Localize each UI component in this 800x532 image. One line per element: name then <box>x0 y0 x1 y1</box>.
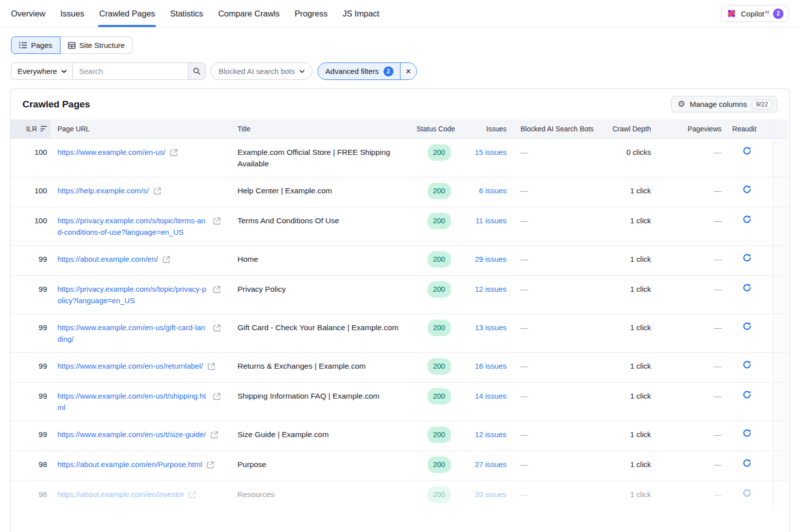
external-link-icon[interactable] <box>213 392 220 403</box>
crawl-depth-value: 1 click <box>611 207 651 245</box>
ilr-value: 100 <box>10 177 50 207</box>
column-header-page-url[interactable]: Page URL <box>50 119 238 138</box>
reaudit-button[interactable] <box>742 488 752 500</box>
issues-link[interactable]: 13 issues <box>475 323 506 332</box>
issues-link[interactable]: 12 issues <box>475 430 506 439</box>
page-url-link[interactable]: https://privacy.example.com/s/topic/term… <box>58 215 208 238</box>
scroll-gutter <box>772 314 788 352</box>
column-header-pageviews[interactable]: Pageviews <box>651 119 722 138</box>
tab-js-impact[interactable]: JS Impact <box>342 0 379 27</box>
external-link-icon[interactable] <box>208 362 215 373</box>
tab-issues[interactable]: Issues <box>60 0 84 27</box>
table-icon <box>68 42 76 49</box>
tab-statistics[interactable]: Statistics <box>170 0 203 27</box>
reaudit-button[interactable] <box>742 252 752 265</box>
column-header-ilr[interactable]: ILR <box>10 119 50 138</box>
reaudit-button[interactable] <box>742 389 752 402</box>
page-url-link[interactable]: https://about.example.com/en/investor <box>58 489 184 500</box>
blocked-ai-bots-value: — <box>506 207 611 245</box>
external-link-icon[interactable] <box>213 285 220 296</box>
external-link-icon[interactable] <box>206 460 214 472</box>
reaudit-button[interactable] <box>742 321 752 333</box>
reaudit-button[interactable] <box>742 184 752 196</box>
search-button[interactable] <box>188 63 205 79</box>
issues-link[interactable]: 27 issues <box>475 460 506 469</box>
page-url-link[interactable]: https://www.example.com/en-us/ <box>58 146 166 158</box>
toggle-site-structure-label: Site Structure <box>80 41 125 49</box>
blocked-ai-bots-value: — <box>506 314 611 352</box>
blocked-ai-bots-value: — <box>506 275 611 314</box>
page-url-link[interactable]: https://www.example.com/en-us/t/size-gui… <box>58 429 206 440</box>
reaudit-button[interactable] <box>742 214 752 226</box>
issues-link[interactable]: 29 issues <box>475 255 506 263</box>
page-url-link[interactable]: https://privacy.example.com/s/topic/priv… <box>58 283 208 306</box>
blocked-bots-dropdown-label: Blocked AI search bots <box>218 67 295 75</box>
external-link-icon[interactable] <box>188 490 196 502</box>
search-scope-dropdown[interactable]: Everywhere <box>12 63 73 79</box>
status-code-badge: 200 <box>428 144 451 161</box>
tab-overview[interactable]: Overview <box>11 0 46 27</box>
page-url-link[interactable]: https://help.example.com/s/ <box>58 185 149 196</box>
column-header-status-code[interactable]: Status Code <box>416 119 462 138</box>
issues-link[interactable]: 20 issues <box>475 490 506 499</box>
top-navigation: Overview Issues Crawled Pages Statistics… <box>0 0 800 27</box>
search-scope-value: Everywhere <box>18 67 57 75</box>
scroll-gutter <box>772 138 788 177</box>
column-header-issues[interactable]: Issues <box>462 119 506 138</box>
status-code-badge: 200 <box>428 281 451 298</box>
tab-crawled-pages[interactable]: Crawled Pages <box>99 0 155 27</box>
crawl-depth-value: 1 click <box>611 275 651 314</box>
refresh-icon <box>742 322 752 331</box>
reaudit-button[interactable] <box>742 458 752 470</box>
column-header-crawl-depth[interactable]: Crawl Depth <box>611 119 651 138</box>
status-code-badge: 200 <box>428 183 451 199</box>
crawl-depth-value: 0 clicks <box>611 138 651 177</box>
column-header-blocked-ai-search-bots[interactable]: Blocked AI Search Bots <box>506 119 611 138</box>
tab-progress[interactable]: Progress <box>294 0 328 27</box>
issues-link[interactable]: 11 issues <box>476 216 506 225</box>
issues-link[interactable]: 12 issues <box>475 285 506 293</box>
external-link-icon[interactable] <box>154 186 161 198</box>
status-code-badge: 200 <box>428 358 451 375</box>
reaudit-button[interactable] <box>742 145 752 158</box>
page-url-link[interactable]: https://www.example.com/en-us/t/shipping… <box>58 390 208 413</box>
search-input[interactable] <box>73 63 188 79</box>
advanced-filters-clear-button[interactable]: ✕ <box>400 63 416 79</box>
scroll-gutter <box>772 421 788 451</box>
page-url-link[interactable]: https://www.example.com/en-us/gift-card-… <box>58 322 208 345</box>
external-link-icon[interactable] <box>170 148 178 159</box>
table-row: 100 https://www.example.com/en-us/ Examp… <box>10 138 788 177</box>
issues-link[interactable]: 14 issues <box>475 392 506 400</box>
external-link-icon[interactable] <box>210 430 218 442</box>
tab-compare-crawls[interactable]: Compare Crawls <box>218 0 280 27</box>
page-url-link[interactable]: https://about.example.com/en/Purpose.htm… <box>58 459 202 470</box>
status-code-badge: 200 <box>428 213 451 229</box>
page-url-link[interactable]: https://about.example.com/en/ <box>58 253 158 265</box>
copilot-icon <box>726 8 737 19</box>
page-url-link[interactable]: https://www.example.com/en-us/returnlabe… <box>58 360 203 372</box>
page-title-value: Shipping Information FAQ | Example.com <box>238 390 402 402</box>
issues-link[interactable]: 16 issues <box>475 362 506 370</box>
reaudit-button[interactable] <box>742 282 752 295</box>
reaudit-button[interactable] <box>742 359 752 372</box>
external-link-icon[interactable] <box>213 323 220 335</box>
chevron-down-icon <box>62 70 66 73</box>
copilot-button[interactable]: CopilotAI 2 <box>721 5 789 22</box>
advanced-filters-button[interactable]: Advanced filters 2 <box>318 63 400 79</box>
toggle-site-structure[interactable]: Site Structure <box>60 36 133 54</box>
manage-columns-button[interactable]: ⚙ Manage columns 9/22 <box>671 96 778 112</box>
issues-link[interactable]: 6 issues <box>479 186 506 195</box>
gear-icon: ⚙ <box>678 100 685 108</box>
toggle-pages[interactable]: Pages <box>11 36 60 54</box>
scroll-gutter <box>772 119 788 138</box>
manage-columns-count-badge: 9/22 <box>752 99 772 109</box>
blocked-bots-dropdown[interactable]: Blocked AI search bots <box>210 62 312 80</box>
external-link-icon[interactable] <box>162 255 170 266</box>
column-header-reaudit[interactable]: Reaudit <box>722 119 772 138</box>
status-code-badge: 200 <box>428 427 451 443</box>
table-row: 99 https://www.example.com/en-us/gift-ca… <box>10 314 788 352</box>
column-header-title[interactable]: Title <box>238 119 416 138</box>
issues-link[interactable]: 15 issues <box>475 148 506 156</box>
external-link-icon[interactable] <box>213 216 220 228</box>
reaudit-button[interactable] <box>742 428 752 440</box>
